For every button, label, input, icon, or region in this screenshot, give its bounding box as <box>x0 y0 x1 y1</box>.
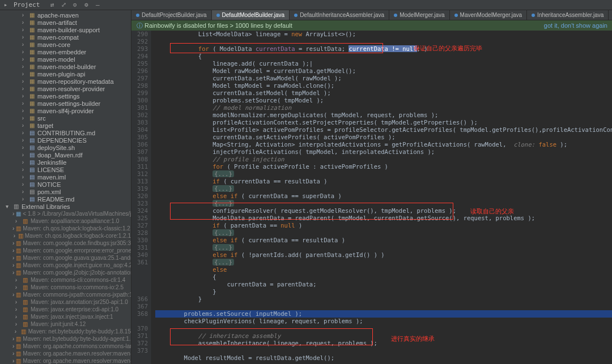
code-line[interactable] <box>155 303 612 310</box>
code-line[interactable]: {...} <box>155 229 612 237</box>
tree-item[interactable]: ›▥Maven: commons-jxpath:commons-jxpath:1… <box>0 291 131 298</box>
editor-tab[interactable]: ModelMerger.java <box>389 10 449 20</box>
tree-item[interactable]: ›▦maven-core <box>0 41 131 48</box>
tree-item[interactable]: ›▦maven-artifact <box>0 19 131 26</box>
tree-item[interactable]: ›▥Maven: com.google.j2objc:j2objc-annota… <box>0 269 131 276</box>
code-line[interactable] <box>155 347 612 354</box>
tree-item[interactable]: ›▦maven-model <box>0 55 131 63</box>
tree-item[interactable]: ›▦< 1.8 > /Library/Java/JavaVirtualMachi… <box>0 210 131 217</box>
tree-item[interactable]: ›▥Maven: org.apache.maven.resolver:maven… <box>0 357 131 364</box>
code-line[interactable] <box>155 325 612 332</box>
code-line[interactable]: } <box>155 296 612 303</box>
code-line[interactable]: currentData.setActiveProfiles( activePom… <box>155 134 612 141</box>
tree-item[interactable]: ›▦target <box>0 122 131 129</box>
editor-tab[interactable]: DefaultModelBuilder.java <box>212 10 290 20</box>
code-line[interactable]: for ( ModelData currentData = resultData… <box>155 45 612 53</box>
tree-item[interactable]: ›▥Maven: aopalliance:aopalliance:1.0 <box>0 217 131 225</box>
expand-icon[interactable]: ⤢ <box>60 2 67 8</box>
tree-item[interactable]: ›▦apache-maven <box>0 11 131 19</box>
code-line[interactable]: modelNormalizer.mergeDuplicates( tmpMode… <box>155 112 612 119</box>
tree-item[interactable]: ›▦maven-slf4j-provider <box>0 107 131 114</box>
code-line[interactable]: // inheritance assembly <box>155 332 612 340</box>
tree-item[interactable]: ›▦maven-resolver-provider <box>0 85 131 92</box>
tree-item[interactable]: ›▤deploySite.sh <box>0 144 131 151</box>
tree-item[interactable]: ›▥Maven: org.apache.maven.resolver:maven… <box>0 350 131 357</box>
code-line[interactable]: { <box>155 273 612 281</box>
code-line[interactable]: injectProfileActivations( tmpModel, inte… <box>155 148 612 156</box>
code-line[interactable]: else if ( currentData == superData ) <box>155 192 612 200</box>
project-label[interactable]: Project <box>14 1 40 8</box>
project-tree[interactable]: ›▦apache-maven›▦maven-artifact›▦maven-bu… <box>0 10 131 364</box>
code-line[interactable]: currentData = parentData; <box>155 281 612 288</box>
tree-item[interactable]: ›▤doap_Maven.rdf <box>0 151 131 159</box>
code-line[interactable]: assembleInheritance( lineage, request, p… <box>155 340 612 347</box>
code-line[interactable]: problems.setSource( tmpModel ); <box>155 97 612 104</box>
tree-item[interactable]: ›▦src <box>0 114 131 122</box>
tree-item[interactable]: ›▥Maven: javax.inject:javax.inject:1 <box>0 313 131 320</box>
code-line[interactable]: Map<String, Activation> interpolatedActi… <box>155 141 612 148</box>
editor-tab[interactable]: MavenModelMerger.java <box>450 10 528 20</box>
tree-item[interactable]: ›▤README.md <box>0 195 131 203</box>
code-line[interactable]: checkPluginVersions( lineage, request, p… <box>155 318 612 325</box>
tree-item[interactable]: ›▦maven-compat <box>0 33 131 41</box>
gutter[interactable]: 2902922932942952962972982993003013023033… <box>131 31 152 364</box>
tree-item[interactable]: ›▤pom.xml <box>0 188 131 195</box>
code-line[interactable]: profileActivationContext.setProjectPrope… <box>155 119 612 126</box>
tree-item[interactable]: ›▤DEPENDENCIES <box>0 136 131 144</box>
editor-tab[interactable]: InheritanceAssembler.java <box>527 10 609 20</box>
tree-item[interactable]: ›▤NOTICE <box>0 181 131 188</box>
tree-item[interactable]: ›▦maven-repository-metadata <box>0 78 131 85</box>
tree-item[interactable]: ›▥Maven: com.google.code.findbugs:jsr305… <box>0 239 131 247</box>
code-line[interactable]: ModelData parentData = readParent( tmpMo… <box>155 215 612 222</box>
code-line[interactable]: configureResolver( request.getModelResol… <box>155 207 612 215</box>
editor-tab[interactable]: DefaultInheritanceAssembler.java <box>290 10 389 20</box>
code-line[interactable]: { <box>155 53 612 60</box>
hide-icon[interactable]: — <box>94 2 101 8</box>
settings-icon[interactable]: ⚙ <box>83 2 90 8</box>
tree-item[interactable]: ›▥Maven: commons-cli:commons-cli:1.4 <box>0 276 131 284</box>
editor-tabs[interactable]: DefaultProjectBuilder.javaDefaultModelBu… <box>131 10 612 20</box>
tree-item[interactable]: ›▥Maven: net.bytebuddy:byte-buddy-agent:… <box>0 335 131 342</box>
tree-item[interactable]: ›▥Maven: commons-io:commons-io:2.5 <box>0 284 131 291</box>
code-line[interactable]: Model resultModel = resultData.getModel(… <box>155 354 612 362</box>
editor-tab[interactable]: DefaultModelNormalizer.java <box>609 10 612 20</box>
tree-item[interactable]: ›▥Maven: net.bytebuddy:byte-buddy:1.8.15 <box>0 328 131 335</box>
code-line[interactable]: for ( Profile activeProfile : activePomP… <box>155 163 612 170</box>
tree-item[interactable]: ›▦maven-plugin-api <box>0 70 131 78</box>
tree-item[interactable]: ›▥Maven: org.apache.commons:commons-lang… <box>0 342 131 350</box>
code-line[interactable]: // profile injection <box>155 156 612 163</box>
code-line[interactable] <box>155 38 612 45</box>
code-line[interactable]: Model tmpModel = rawModel.clone(); <box>155 82 612 89</box>
tree-item[interactable]: ›▦maven-embedder <box>0 48 131 55</box>
code-line[interactable]: Model rawModel = currentData.getModel(); <box>155 67 612 75</box>
code-line[interactable]: lineage.add( currentData );| <box>155 60 612 67</box>
tree-item[interactable]: ›▥Maven: com.google.errorprone:error_pro… <box>0 247 131 254</box>
code-line[interactable]: currentData.setModel( tmpModel ); <box>155 89 612 97</box>
tree-item[interactable]: ›▥Maven: com.google.guava:guava:25.1-and… <box>0 254 131 262</box>
project-dropdown-icon[interactable]: ▸ <box>2 2 9 8</box>
code-editor[interactable]: List<ModelData> lineage = new ArrayList<… <box>152 31 612 364</box>
tree-item[interactable]: ›▥Maven: javax.enterprise:cdi-api:1.0 <box>0 306 131 313</box>
external-libraries-header[interactable]: ▾▥External Libraries <box>0 203 131 210</box>
locate-icon[interactable]: ⊙ <box>71 2 78 8</box>
tree-item[interactable]: ›▤maven.iml <box>0 173 131 181</box>
tree-item[interactable]: ›▥Maven: ch.qos.logback:logback-classic:… <box>0 225 131 232</box>
code-line[interactable]: else if ( !parentIds.add( parentData.get… <box>155 251 612 259</box>
code-line[interactable]: else <box>155 266 612 273</box>
code-line[interactable]: List<Profile> activePomProfiles = profil… <box>155 126 612 134</box>
code-line[interactable]: else if ( currentData == resultData ) <box>155 237 612 244</box>
tree-item[interactable]: ›▥Maven: com.google.inject:guice:no_aop:… <box>0 262 131 269</box>
collapse-icon[interactable]: ⇄ <box>49 2 56 8</box>
tree-item[interactable]: ›▦maven-model-builder <box>0 63 131 70</box>
code-line[interactable]: {...} <box>155 259 612 266</box>
code-line[interactable]: {...} <box>155 170 612 178</box>
tree-item[interactable]: ›▤CONTRIBUTING.md <box>0 129 131 136</box>
code-line[interactable]: problems.setSource( inputModel ); <box>155 310 612 318</box>
code-line[interactable]: if ( parentData == null ) <box>155 222 612 229</box>
tree-item[interactable]: ›▥Maven: javax.annotation:jsr250-api:1.0 <box>0 298 131 306</box>
tree-item[interactable]: ›▦maven-settings-builder <box>0 100 131 107</box>
tree-item[interactable]: ›▦maven-settings <box>0 92 131 100</box>
tree-item[interactable]: ›▥Maven: ch.qos.logback:logback-core:1.2… <box>0 232 131 239</box>
editor-tab[interactable]: DefaultProjectBuilder.java <box>131 10 212 20</box>
code-line[interactable]: // model normalization <box>155 104 612 112</box>
